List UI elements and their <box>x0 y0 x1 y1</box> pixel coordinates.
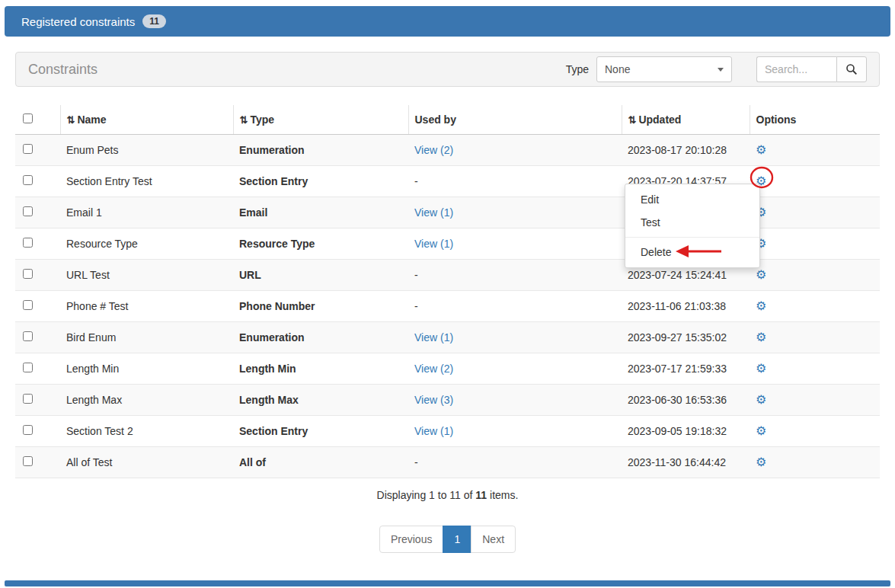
menu-divider <box>625 237 759 238</box>
constraint-type: Enumeration <box>233 322 408 353</box>
constraint-name: Resource Type <box>60 228 233 260</box>
panel-heading: Constraints Type None <box>15 52 880 87</box>
type-filter-value: None <box>605 63 630 75</box>
table-row: Length Max Length Max View (3) 2023-06-3… <box>15 385 880 416</box>
used-by-link[interactable]: View (1) <box>414 238 453 250</box>
constraint-type: Section Entry <box>233 166 408 197</box>
used-by-link: - <box>414 456 418 468</box>
constraint-type: Phone Number <box>233 291 408 322</box>
constraint-type: Length Min <box>233 353 408 385</box>
constraint-type: Section Entry <box>233 416 408 447</box>
pagination-page-1[interactable]: 1 <box>443 526 471 553</box>
row-checkbox[interactable] <box>23 269 33 279</box>
page-title: Registered constraints <box>21 15 135 28</box>
constraint-type: Email <box>233 197 408 228</box>
table-row: All of Test All of - 2023-11-30 16:44:42… <box>15 447 880 478</box>
gear-icon[interactable]: ⚙ <box>756 268 766 281</box>
search-icon <box>845 63 858 75</box>
constraint-name: Section Entry Test <box>60 166 233 197</box>
footer-bar <box>5 580 890 586</box>
table-row: Phone # Test Phone Number - 2023-11-06 2… <box>15 291 880 322</box>
used-by-link[interactable]: View (1) <box>414 206 453 219</box>
constraint-name: All of Test <box>60 447 233 478</box>
updated-timestamp: 2023-08-17 20:10:28 <box>622 135 750 166</box>
type-filter-select[interactable]: None <box>596 56 732 82</box>
chevron-down-icon <box>718 68 724 72</box>
gear-icon[interactable]: ⚙ <box>756 143 766 156</box>
row-checkbox[interactable] <box>23 456 33 466</box>
used-by-link[interactable]: View (3) <box>414 394 453 406</box>
constraint-type: Resource Type <box>233 228 408 260</box>
row-checkbox[interactable] <box>23 300 33 310</box>
gear-icon[interactable]: ⚙ <box>756 331 766 344</box>
table-header-row: ⇅Name ⇅Type Used by ⇅Updated Options <box>15 105 880 135</box>
gear-icon[interactable]: ⚙ <box>756 362 766 375</box>
sort-icon: ⇅ <box>628 114 637 126</box>
sort-icon: ⇅ <box>67 114 75 126</box>
panel-title: Constraints <box>28 62 566 78</box>
used-by-link: - <box>414 300 418 312</box>
constraint-name: Length Min <box>60 353 233 385</box>
menu-item-delete[interactable]: Delete <box>625 241 759 264</box>
pagination-next[interactable]: Next <box>471 526 516 553</box>
column-header-updated[interactable]: ⇅Updated <box>622 105 750 135</box>
row-checkbox[interactable] <box>23 175 33 185</box>
constraint-type: Length Max <box>233 385 408 416</box>
table-row: Section Test 2 Section Entry View (1) 20… <box>15 416 880 447</box>
gear-icon[interactable]: ⚙ <box>756 455 766 468</box>
row-checkbox[interactable] <box>23 331 33 341</box>
app-header-bar: Registered constraints 11 <box>5 6 890 37</box>
constraints-table: ⇅Name ⇅Type Used by ⇅Updated Options Enu… <box>15 105 880 478</box>
options-context-menu: Edit Test Delete <box>625 184 760 268</box>
row-checkbox[interactable] <box>23 363 33 372</box>
row-checkbox[interactable] <box>23 238 33 248</box>
column-header-name[interactable]: ⇅Name <box>60 105 233 135</box>
used-by-link: - <box>414 269 418 281</box>
page: Registered constraints 11 Constraints Ty… <box>0 0 895 588</box>
updated-timestamp: 2023-11-06 21:03:38 <box>622 291 750 322</box>
constraint-name: Enum Pets <box>60 135 233 166</box>
constraint-type: Enumeration <box>233 135 408 166</box>
items-summary: Displaying 1 to 11 of 11 items. <box>0 489 895 501</box>
constraint-type: URL <box>233 260 408 291</box>
row-checkbox[interactable] <box>23 206 33 216</box>
constraint-name: Length Max <box>60 385 233 416</box>
updated-timestamp: 2023-09-27 15:35:02 <box>622 322 750 353</box>
constraint-name: Bird Enum <box>60 322 233 353</box>
sort-icon: ⇅ <box>240 114 248 126</box>
table-row: Length Min Length Min View (2) 2023-07-1… <box>15 353 880 385</box>
count-badge: 11 <box>142 14 166 28</box>
constraint-name: URL Test <box>60 260 233 291</box>
constraint-type: All of <box>233 447 408 478</box>
menu-item-test[interactable]: Test <box>625 211 759 234</box>
table-row: Enum Pets Enumeration View (2) 2023-08-1… <box>15 135 880 166</box>
constraint-name: Section Test 2 <box>60 416 233 447</box>
updated-timestamp: 2023-07-17 21:59:33 <box>622 353 750 385</box>
table-row: Bird Enum Enumeration View (1) 2023-09-2… <box>15 322 880 353</box>
constraint-name: Phone # Test <box>60 291 233 322</box>
gear-icon[interactable]: ⚙ <box>756 299 766 312</box>
column-header-type[interactable]: ⇅Type <box>233 105 408 135</box>
gear-icon[interactable]: ⚙ <box>756 393 766 406</box>
row-checkbox[interactable] <box>23 394 33 404</box>
used-by-link[interactable]: View (2) <box>414 363 453 375</box>
row-checkbox[interactable] <box>23 425 33 435</box>
pagination-previous[interactable]: Previous <box>379 526 443 553</box>
constraint-name: Email 1 <box>60 197 233 228</box>
used-by-link[interactable]: View (1) <box>414 425 453 437</box>
pagination: Previous 1 Next <box>0 526 895 553</box>
select-all-checkbox[interactable] <box>23 113 33 123</box>
search-button[interactable] <box>836 56 867 82</box>
gear-icon[interactable]: ⚙ <box>756 424 766 437</box>
updated-timestamp: 2023-06-30 16:53:36 <box>622 385 750 416</box>
search-input[interactable] <box>756 56 836 82</box>
row-checkbox[interactable] <box>23 144 33 154</box>
used-by-link[interactable]: View (2) <box>414 144 453 156</box>
column-header-used-by: Used by <box>408 105 622 135</box>
used-by-link[interactable]: View (1) <box>414 331 453 344</box>
updated-timestamp: 2023-11-30 16:44:42 <box>622 447 750 478</box>
type-filter-label: Type <box>566 63 589 75</box>
search-group <box>756 56 867 82</box>
menu-item-edit[interactable]: Edit <box>625 188 759 211</box>
used-by-link: - <box>414 175 418 187</box>
